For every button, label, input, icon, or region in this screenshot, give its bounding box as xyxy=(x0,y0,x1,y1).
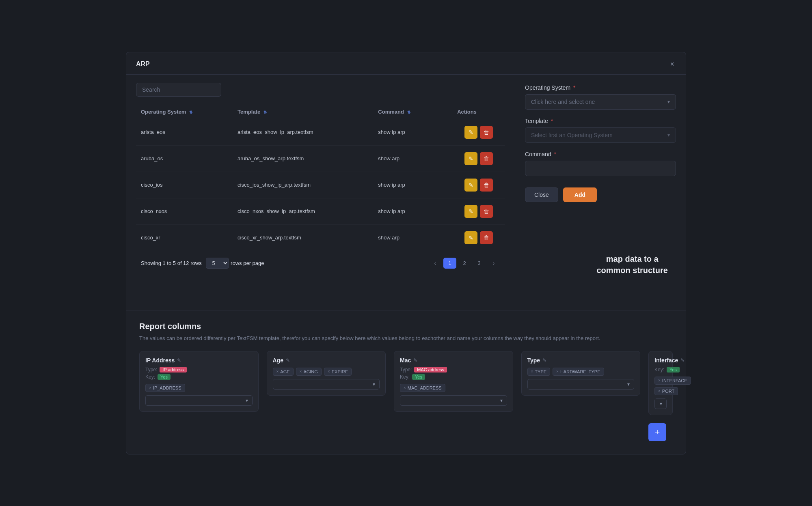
tag-mac-address: × MAC_ADDRESS xyxy=(400,384,445,392)
arp-table: Operating System ⇅ Template ⇅ Command ⇅ xyxy=(136,105,505,251)
col-card-mac: Mac ✎ Type: MAC address Key: Yes × MAC_A… xyxy=(394,351,513,412)
search-input[interactable] xyxy=(136,83,221,97)
edit-button-3[interactable]: ✎ xyxy=(464,205,477,218)
page-2-button[interactable]: 2 xyxy=(458,258,471,269)
template-select[interactable]: Select first an Operating System ▾ xyxy=(525,127,676,143)
col-tags-mac: × MAC_ADDRESS xyxy=(400,384,507,392)
add-button[interactable]: Add xyxy=(563,187,597,202)
col-name-ip: IP Address xyxy=(145,357,175,364)
col-dropdown-type[interactable]: ▾ xyxy=(527,379,635,390)
table-row: cisco_nxos cisco_nxos_show_ip_arp.textfs… xyxy=(136,198,505,224)
edit-button-1[interactable]: ✎ xyxy=(464,152,477,165)
os-select-placeholder: Click here and select one xyxy=(531,99,595,105)
col-edit-icon-interface[interactable]: ✎ xyxy=(680,357,685,363)
col-dropdown-arrow-type: ▾ xyxy=(627,381,630,387)
edit-button-0[interactable]: ✎ xyxy=(464,126,477,139)
cell-os-2: cisco_ios xyxy=(136,172,233,198)
tag-age: × AGE xyxy=(273,368,294,376)
tag-remove-mac-address[interactable]: × xyxy=(404,385,406,390)
template-required-star: * xyxy=(551,118,553,124)
modal-body: Operating System ⇅ Template ⇅ Command ⇅ xyxy=(126,75,686,310)
rows-per-page-select[interactable]: 5 10 25 xyxy=(206,258,229,269)
delete-button-2[interactable]: 🗑 xyxy=(480,179,493,192)
tag-remove-hardware-type[interactable]: × xyxy=(556,369,559,374)
col-dropdown-arrow-interface: ▾ xyxy=(660,401,662,407)
table-row: cisco_ios cisco_ios_show_ip_arp.textfsm … xyxy=(136,172,505,198)
tag-ip-address: × IP_ADDRESS xyxy=(145,384,185,392)
template-dropdown-arrow-icon: ▾ xyxy=(667,132,670,138)
col-card-interface: Interface ✎ Key: Yes × INTERFACE × xyxy=(648,351,673,415)
table-header-row: Operating System ⇅ Template ⇅ Command ⇅ xyxy=(136,105,505,119)
delete-button-0[interactable]: 🗑 xyxy=(480,126,493,139)
col-header-age: Age ✎ xyxy=(273,357,380,364)
tag-remove-port[interactable]: × xyxy=(658,389,661,393)
cell-command-3: show ip arp xyxy=(373,198,452,224)
col-name-type: Type xyxy=(527,357,540,364)
form-actions: Close Add xyxy=(525,187,676,202)
tag-remove-ip-address[interactable]: × xyxy=(149,385,151,390)
sort-icon-command: ⇅ xyxy=(407,110,410,114)
template-form-group: Template * Select first an Operating Sys… xyxy=(525,118,676,143)
col-header-os[interactable]: Operating System ⇅ xyxy=(136,105,233,119)
cell-template-1: aruba_os_show_arp.textfsm xyxy=(233,145,373,172)
bottom-section: Report columns The values can be ordered… xyxy=(126,310,686,454)
col-dropdown-arrow-mac: ▾ xyxy=(500,398,503,403)
close-button[interactable]: Close xyxy=(525,187,558,202)
columns-grid: IP Address ✎ Type: IP address Key: Yes ×… xyxy=(139,351,673,441)
delete-button-1[interactable]: 🗑 xyxy=(480,152,493,165)
col-dropdown-age[interactable]: ▾ xyxy=(273,379,380,390)
rows-per-page-label: rows per page xyxy=(231,260,264,266)
col-header-actions: Actions xyxy=(452,105,505,119)
delete-button-3[interactable]: 🗑 xyxy=(480,205,493,218)
modal-title: ARP xyxy=(136,60,150,68)
pagination-of: of 12 rows xyxy=(177,260,202,266)
os-label: Operating System * xyxy=(525,84,676,91)
command-input[interactable] xyxy=(525,161,676,176)
col-edit-icon-type[interactable]: ✎ xyxy=(542,357,546,363)
tag-remove-type[interactable]: × xyxy=(531,369,533,374)
col-edit-icon-age[interactable]: ✎ xyxy=(286,357,290,363)
delete-button-4[interactable]: 🗑 xyxy=(480,231,493,244)
tag-remove-age[interactable]: × xyxy=(276,369,279,374)
cell-actions-0: ✎ 🗑 xyxy=(452,119,505,145)
tag-remove-aging[interactable]: × xyxy=(300,369,302,374)
edit-button-2[interactable]: ✎ xyxy=(464,179,477,192)
next-page-button[interactable]: › xyxy=(487,258,500,269)
col-tags-age: × AGE × AGING × EXPIRE xyxy=(273,368,380,376)
col-header-command-label: Command xyxy=(378,109,404,115)
cell-actions-3: ✎ 🗑 xyxy=(452,198,505,224)
cell-template-2: cisco_ios_show_ip_arp.textfsm xyxy=(233,172,373,198)
col-edit-icon-mac[interactable]: ✎ xyxy=(413,357,417,363)
os-select[interactable]: Click here and select one ▾ xyxy=(525,94,676,110)
cell-actions-4: ✎ 🗑 xyxy=(452,224,505,251)
tag-remove-expire[interactable]: × xyxy=(328,369,330,374)
edit-button-4[interactable]: ✎ xyxy=(464,231,477,244)
tag-hardware-type: × HARDWARE_TYPE xyxy=(553,368,604,376)
col-dropdown-mac[interactable]: ▾ xyxy=(400,395,507,406)
col-header-command[interactable]: Command ⇅ xyxy=(373,105,452,119)
col-header-type: Type ✎ xyxy=(527,357,635,364)
col-dropdown-ip[interactable]: ▾ xyxy=(145,395,253,406)
col-edit-icon-ip[interactable]: ✎ xyxy=(177,357,181,363)
tag-port: × PORT xyxy=(654,387,678,395)
modal-close-button[interactable]: × xyxy=(668,59,676,69)
add-column-button[interactable]: + xyxy=(648,423,666,441)
prev-page-button[interactable]: ‹ xyxy=(429,258,442,269)
cell-os-1: aruba_os xyxy=(136,145,233,172)
tag-remove-interface[interactable]: × xyxy=(658,378,661,383)
cell-template-4: cisco_xr_show_arp.textfsm xyxy=(233,224,373,251)
os-dropdown-arrow-icon: ▾ xyxy=(667,99,670,105)
sort-icon-os: ⇅ xyxy=(189,110,192,114)
col-header-template[interactable]: Template ⇅ xyxy=(233,105,373,119)
col-meta-mac-type: Type: MAC address xyxy=(400,367,507,373)
col-type-badge-ip: IP address xyxy=(160,367,186,373)
tag-expire: × EXPIRE xyxy=(324,368,352,376)
col-card-ip-address: IP Address ✎ Type: IP address Key: Yes ×… xyxy=(139,351,259,412)
col-dropdown-interface[interactable]: ▾ xyxy=(654,398,667,409)
page-1-button[interactable]: 1 xyxy=(443,258,456,269)
col-header-mac: Mac ✎ xyxy=(400,357,507,364)
page-3-button[interactable]: 3 xyxy=(473,258,486,269)
col-tags-ip: × IP_ADDRESS xyxy=(145,384,253,392)
col-header-interface: Interface ✎ xyxy=(654,357,667,364)
col-tags-interface: × INTERFACE × PORT xyxy=(654,377,667,395)
